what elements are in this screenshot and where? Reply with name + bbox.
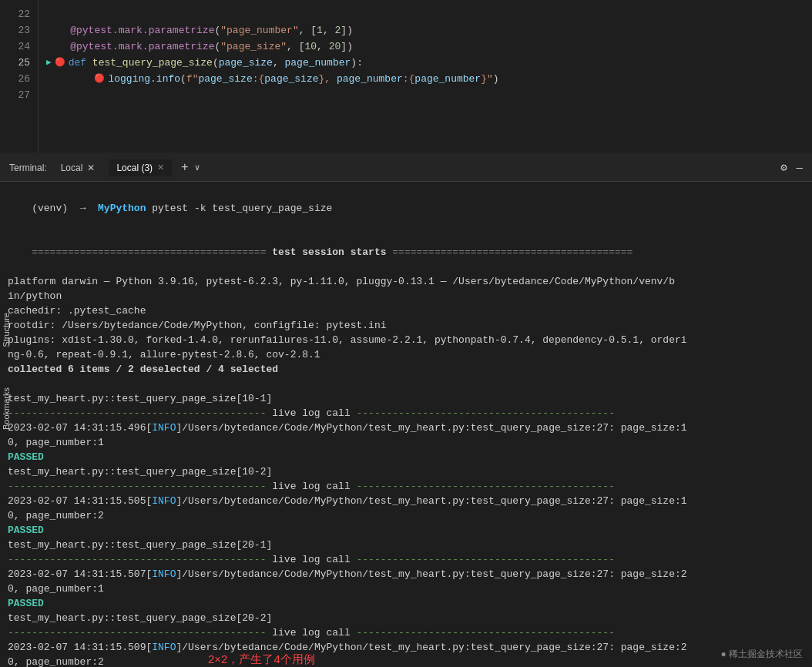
session-starts-line: ======================================= … [8, 230, 804, 274]
test-block-4-sep: ----------------------------------------… [8, 625, 804, 640]
sidebar-structure[interactable]: Structure [0, 308, 12, 352]
code-line-27 [46, 87, 812, 103]
line-23: 23 [0, 22, 38, 39]
test-block-2-log: 2023-02-07 14:31:15.505[INFO]/Users/byte… [8, 494, 804, 523]
terminal-label: Terminal: [9, 163, 47, 173]
blank-line-1 [8, 377, 804, 391]
tab-local-label: Local [61, 163, 83, 173]
add-terminal-button[interactable]: + [181, 161, 189, 175]
test-block-1-status: PASSED [8, 450, 804, 464]
test-block-4-log: 2023-02-07 14:31:15.509[INFO]/Users/byte… [8, 640, 804, 667]
test-block-4-name: test_my_heart.py::test_query_page_size[2… [8, 611, 804, 625]
line-24: 24 [0, 39, 38, 55]
test-block-3-sep: ----------------------------------------… [8, 552, 804, 567]
code-editor: 22 23 24 25 26 27 @pytest.mark.parametri… [0, 0, 812, 154]
sidebar-bookmarks[interactable]: Bookmarks [0, 383, 12, 434]
line-27: 27 [0, 87, 38, 103]
breakpoint-icon: 🔴 [55, 55, 65, 71]
platform-line: platform darwin — Python 3.9.16, pytest-… [8, 274, 804, 303]
prompt-line: (venv) → MyPython pytest -k test_query_p… [8, 186, 804, 230]
rootdir-line: rootdir: /Users/bytedance/Code/MyPython,… [8, 318, 804, 333]
watermark: ● 稀土掘金技术社区 [720, 648, 803, 661]
line-numbers: 22 23 24 25 26 27 [0, 0, 39, 153]
breakpoint-icon-2: 🔴 [94, 71, 105, 87]
test-block-2-status: PASSED [8, 523, 804, 538]
collected-line: collected 6 items / 2 deselected / 4 sel… [8, 362, 804, 377]
test-block-3-log: 2023-02-07 14:31:15.507[INFO]/Users/byte… [8, 567, 804, 596]
terminal-header: Terminal: Local ✕ Local (3) ✕ + ∨ ⚙ — [0, 154, 812, 182]
line-22: 22 [0, 6, 38, 22]
test-block-1-name: test_my_heart.py::test_query_page_size[1… [8, 391, 804, 406]
terminal-tab-local3[interactable]: Local (3) ✕ [109, 159, 172, 176]
line-26: 26 [0, 71, 38, 87]
code-line-22 [46, 6, 812, 22]
left-sidebar: Structure Bookmarks [0, 308, 12, 434]
code-line-24: @pytest.mark.parametrize("page_size", [1… [46, 39, 812, 55]
chevron-down-icon[interactable]: ∨ [195, 163, 200, 173]
tab-local-close[interactable]: ✕ [87, 163, 95, 173]
code-line-26: 🔴 logging.info(f"page_size:{page_size}, … [46, 71, 812, 87]
test-block-1-log: 2023-02-07 14:31:15.496[INFO]/Users/byte… [8, 421, 804, 450]
gear-icon[interactable]: ⚙ [780, 161, 787, 174]
code-line-25: ▶ 🔴 def test_query_page_size(page_size, … [46, 55, 812, 71]
test-block-3-name: test_my_heart.py::test_query_page_size[2… [8, 538, 804, 552]
terminal-tab-local[interactable]: Local ✕ [53, 159, 103, 176]
plugins-line: plugins: xdist-1.30.0, forked-1.4.0, rer… [8, 333, 804, 362]
minimize-icon[interactable]: — [797, 162, 803, 174]
test-block-2-sep: ----------------------------------------… [8, 479, 804, 494]
cachedir-line: cachedir: .pytest_cache [8, 303, 804, 318]
terminal-output[interactable]: (venv) → MyPython pytest -k test_query_p… [0, 182, 812, 667]
code-lines: @pytest.mark.parametrize("page_number", … [39, 0, 812, 153]
tab-local3-label: Local (3) [116, 163, 153, 173]
tab-local3-close[interactable]: ✕ [157, 163, 164, 173]
test-block-2-name: test_my_heart.py::test_query_page_size[1… [8, 464, 804, 479]
terminal-actions: ⚙ — [780, 161, 803, 174]
test-block-1-sep: ----------------------------------------… [8, 406, 804, 421]
test-block-3-status: PASSED [8, 596, 804, 611]
code-line-23: @pytest.mark.parametrize("page_number", … [46, 22, 812, 39]
run-icon: ▶ [46, 55, 52, 71]
line-25: 25 [0, 55, 38, 71]
